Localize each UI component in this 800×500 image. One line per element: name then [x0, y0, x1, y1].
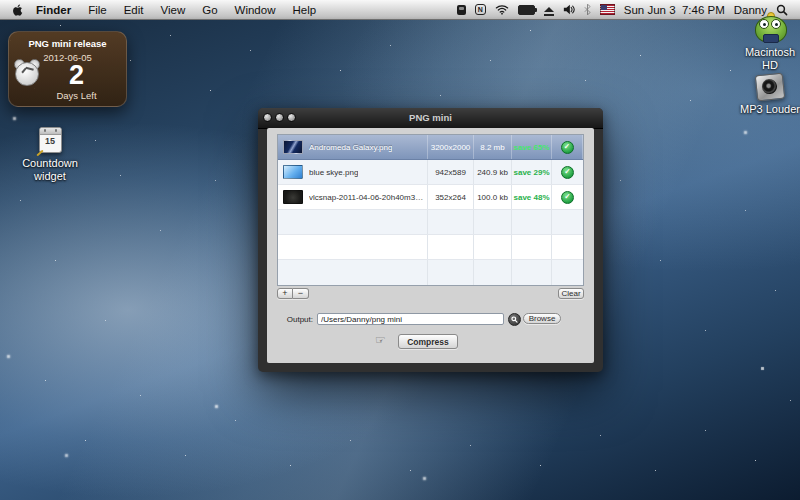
countdown-widget[interactable]: PNG mini release 2012-06-05 2 Days Left — [8, 31, 127, 107]
add-remove-group: + − — [277, 288, 309, 299]
us-flag-icon[interactable] — [600, 4, 615, 15]
cell-save: save 29% — [512, 160, 552, 184]
cell-size: 8.2 mb — [474, 135, 512, 159]
minimize-button[interactable] — [275, 113, 284, 122]
close-button[interactable] — [263, 113, 272, 122]
png-mini-window: PNG mini Andromeda Galaxy.png 3200x2000 … — [258, 108, 603, 372]
output-path-field[interactable] — [317, 313, 504, 325]
clear-button[interactable]: Clear — [558, 288, 584, 299]
cell-status: ✓ — [552, 135, 583, 159]
battery-icon[interactable] — [518, 5, 535, 15]
menu-item-edit[interactable]: Edit — [124, 4, 144, 16]
thumbnail-sky — [283, 165, 303, 179]
table-row[interactable]: Andromeda Galaxy.png 3200x2000 8.2 mb sa… — [278, 135, 583, 160]
window-title: PNG mini — [409, 112, 452, 123]
reveal-loupe-button[interactable] — [508, 313, 521, 326]
desktop-icon-macintosh-hd[interactable]: Macintosh HD — [740, 13, 800, 71]
menu-item-help[interactable]: Help — [292, 4, 316, 16]
input-menu-icon[interactable]: N — [475, 4, 486, 15]
compress-button[interactable]: Compress — [398, 334, 458, 349]
menu-item-finder[interactable]: Finder — [36, 4, 71, 16]
thumbnail-galaxy — [283, 140, 303, 154]
mp3-louder-label: MP3 Louder — [740, 103, 800, 116]
table-row[interactable]: vlcsnap-2011-04-06-20h40m36s165.png 352x… — [278, 185, 583, 210]
macintosh-hd-label: Macintosh HD — [740, 46, 800, 71]
calendar-icon: 15 — [39, 127, 62, 153]
wifi-icon[interactable] — [495, 4, 509, 15]
cell-save: save 65% — [512, 135, 552, 159]
output-label: Output: — [267, 314, 313, 326]
remove-button[interactable]: − — [293, 288, 309, 299]
cell-filename: vlcsnap-2011-04-06-20h40m36s165.png — [278, 185, 428, 209]
cell-save: save 48% — [512, 185, 552, 209]
countdown-widget-icon[interactable]: 15 Countdown widget — [8, 127, 92, 182]
check-icon: ✓ — [561, 141, 574, 154]
window-titlebar[interactable]: PNG mini — [258, 108, 603, 129]
status-app-icon[interactable] — [457, 5, 466, 15]
check-icon: ✓ — [561, 191, 574, 204]
apple-menu-icon[interactable] — [12, 3, 24, 17]
cell-filename: blue skye.png — [278, 160, 428, 184]
cell-dimensions: 352x264 — [428, 185, 474, 209]
eject-icon[interactable] — [544, 7, 554, 12]
cell-size: 100.0 kb — [474, 185, 512, 209]
desktop-icon-mp3-louder[interactable]: MP3 Louder — [740, 74, 800, 116]
widget-title: PNG mini release — [9, 38, 126, 49]
browse-button[interactable]: Browse — [523, 313, 561, 324]
speaker-icon — [755, 73, 786, 102]
cell-status: ✓ — [552, 185, 583, 209]
cell-filename: Andromeda Galaxy.png — [278, 135, 428, 159]
add-button[interactable]: + — [277, 288, 293, 299]
menu-bar: Finder File Edit View Go Window Help N — [0, 0, 800, 20]
table-row-empty[interactable] — [278, 210, 583, 235]
cell-size: 240.9 kb — [474, 160, 512, 184]
widget-days-label: Days Left — [27, 90, 126, 101]
menu-item-view[interactable]: View — [161, 4, 186, 16]
widget-days-number: 2 — [27, 60, 126, 91]
window-content: Andromeda Galaxy.png 3200x2000 8.2 mb sa… — [267, 128, 594, 363]
cell-dimensions: 3200x2000 — [428, 135, 474, 159]
volume-icon[interactable] — [563, 4, 575, 15]
desktop: Finder File Edit View Go Window Help N — [0, 0, 800, 500]
bluetooth-icon[interactable] — [584, 4, 591, 15]
cell-status: ✓ — [552, 160, 583, 184]
menu-item-file[interactable]: File — [88, 4, 107, 16]
thumbnail-vlcsnap — [283, 190, 303, 204]
countdown-icon-label: Countdown widget — [8, 157, 92, 182]
pointing-hand-icon: ☞ — [375, 333, 386, 347]
check-icon: ✓ — [561, 166, 574, 179]
menu-bar-left: Finder File Edit View Go Window Help — [0, 3, 333, 17]
calendar-day: 15 — [40, 136, 61, 146]
menu-item-window[interactable]: Window — [235, 4, 276, 16]
table-row-empty[interactable] — [278, 235, 583, 260]
zoom-button[interactable] — [287, 113, 296, 122]
pen-icon — [36, 150, 43, 157]
macintosh-hd-icon — [754, 13, 786, 43]
file-table: Andromeda Galaxy.png 3200x2000 8.2 mb sa… — [277, 134, 584, 286]
table-row[interactable]: blue skye.png 942x589 240.9 kb save 29% … — [278, 160, 583, 185]
menu-item-go[interactable]: Go — [202, 4, 217, 16]
cell-dimensions: 942x589 — [428, 160, 474, 184]
table-row-empty[interactable] — [278, 260, 583, 285]
menu-clock[interactable]: Sun Jun 3 7:46 PM — [624, 4, 725, 16]
